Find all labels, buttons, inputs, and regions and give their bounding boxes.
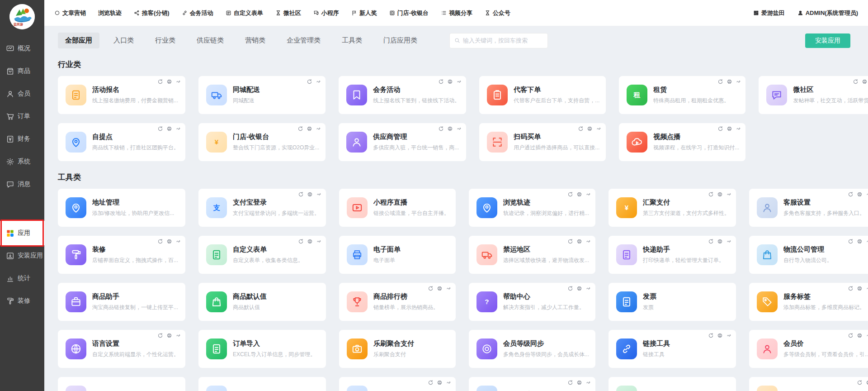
app-card-会员价[interactable]: 会员价多等级会员制，可查看会员价，引... xyxy=(749,330,868,368)
sidebar-item-装修[interactable]: 装修 xyxy=(0,291,44,311)
link-icon[interactable] xyxy=(596,125,602,131)
app-card-同城配送[interactable]: 同城配送同城配送 xyxy=(198,76,326,114)
sidebar-item-商品[interactable]: 商品 xyxy=(0,61,44,81)
print-icon[interactable] xyxy=(166,332,172,338)
app-card-商品排行榜[interactable]: 商品排行榜销量榜单，展示热销商品。 xyxy=(339,283,456,321)
refresh-icon[interactable] xyxy=(298,238,304,244)
refresh-icon[interactable] xyxy=(428,379,434,385)
print-icon[interactable] xyxy=(576,191,582,197)
link-icon[interactable] xyxy=(726,238,732,244)
print-icon[interactable] xyxy=(857,332,863,338)
app-card-自提点[interactable]: 自提点商品线下核销，打造社区团购平台。 xyxy=(58,123,185,161)
app-card-链接工具[interactable]: 链接工具链接工具 xyxy=(609,330,736,368)
link-icon[interactable] xyxy=(585,285,591,291)
print-icon[interactable] xyxy=(866,379,868,385)
print-icon[interactable] xyxy=(726,78,732,84)
topnav-item-9[interactable]: 门店-收银台 xyxy=(389,9,429,17)
link-icon[interactable] xyxy=(456,125,462,131)
print-icon[interactable] xyxy=(307,238,313,244)
link-icon[interactable] xyxy=(175,238,181,244)
link-icon[interactable] xyxy=(585,238,591,244)
brand-logo[interactable]: 盐田游 xyxy=(0,0,44,32)
sidebar-item-统计[interactable]: 统计 xyxy=(0,268,44,288)
link-icon[interactable] xyxy=(316,78,321,84)
print-icon[interactable] xyxy=(437,285,443,291)
link-icon[interactable] xyxy=(736,125,741,131)
app-card-订单导入[interactable]: 订单导入EXCEL导入订单信息，同步管理。 xyxy=(198,330,326,368)
topnav-item-7[interactable]: 小程序 xyxy=(313,9,339,17)
app-card-发票[interactable]: 发票发票 xyxy=(609,283,736,321)
link-icon[interactable] xyxy=(446,379,452,385)
link-icon[interactable] xyxy=(866,332,868,338)
tab-入口类[interactable]: 入口类 xyxy=(106,33,141,48)
refresh-icon[interactable] xyxy=(157,238,163,244)
app-card-快递助手[interactable]: 快递助手打印快递单，轻松管理大量订单。 xyxy=(609,236,736,274)
print-icon[interactable] xyxy=(447,78,453,84)
site-switcher[interactable]: 爱游盐田 xyxy=(753,9,785,17)
app-card-供应商管理[interactable]: 供应商管理多供应商入驻，平台统一销售，商... xyxy=(339,123,466,161)
print-icon[interactable] xyxy=(576,238,582,244)
link-icon[interactable] xyxy=(316,238,322,244)
link-icon[interactable] xyxy=(446,285,452,291)
topnav-item-6[interactable]: 微社区 xyxy=(275,9,301,17)
print-icon[interactable] xyxy=(717,238,723,244)
print-icon[interactable] xyxy=(857,238,863,244)
app-card-代客下单[interactable]: 代客下单代替客户在后台下单，支持自营，... xyxy=(479,76,606,114)
print-icon[interactable] xyxy=(166,238,172,244)
app-card-会务活动[interactable]: 会务活动线上报名线下签到，链接线下活动。 xyxy=(339,76,466,114)
sidebar-item-消息[interactable]: 消息 xyxy=(0,174,44,194)
app-card-短链接生成[interactable]: 短链接生成 xyxy=(749,377,868,391)
print-icon[interactable] xyxy=(717,332,723,338)
print-icon[interactable] xyxy=(447,125,453,131)
app-card-禁运地区[interactable]: 禁运地区选择区域禁收快递，避开物流收发... xyxy=(469,236,595,274)
topnav-item-5[interactable]: 自定义表单 xyxy=(226,9,263,17)
refresh-icon[interactable] xyxy=(567,285,573,291)
link-icon[interactable] xyxy=(456,78,462,84)
link-icon[interactable] xyxy=(316,125,321,131)
app-card-物流公司管理[interactable]: 物流公司管理自行导入物流公司。 xyxy=(749,236,868,274)
link-icon[interactable] xyxy=(175,78,181,84)
sidebar-item-订单[interactable]: 订单 xyxy=(0,106,44,126)
sidebar-item-财务[interactable]: 财务 xyxy=(0,129,44,149)
tab-企业管理类[interactable]: 企业管理类 xyxy=(279,33,328,48)
app-card-电子面单[interactable]: 电子面单电子面单 xyxy=(339,236,456,274)
link-icon[interactable] xyxy=(175,125,181,131)
app-card-地址管理[interactable]: 地址管理添加/修改地址，协助用户更改信... xyxy=(58,189,185,227)
app-card-乐刷聚合支付[interactable]: 乐刷聚合支付乐刷聚合支付 xyxy=(339,330,456,368)
topnav-item-1[interactable]: 文章营销 xyxy=(54,9,86,17)
app-card-租赁[interactable]: 租租赁特殊商品租用，租期租金优惠。 xyxy=(619,76,745,114)
app-card-浏览轨迹[interactable]: 浏览轨迹轨迹记录，洞察浏览偏好，进行精... xyxy=(469,189,595,227)
topnav-item-11[interactable]: 公众号 xyxy=(485,9,510,17)
app-card-统计[interactable]: 统计 xyxy=(609,377,736,391)
sidebar-item-系统[interactable]: 系统 xyxy=(0,152,44,172)
link-icon[interactable] xyxy=(316,191,322,197)
refresh-icon[interactable] xyxy=(297,125,303,131)
refresh-icon[interactable] xyxy=(157,332,163,338)
refresh-icon[interactable] xyxy=(857,379,863,385)
refresh-icon[interactable] xyxy=(157,78,163,84)
app-card-装修[interactable]: 装修店铺界面自定义，拖拽式操作，百... xyxy=(58,236,185,274)
print-icon[interactable] xyxy=(587,125,593,131)
topnav-item-4[interactable]: 会务活动 xyxy=(182,9,213,17)
refresh-icon[interactable] xyxy=(567,191,573,197)
sidebar-item-应用[interactable]: 应用 xyxy=(0,223,44,243)
print-icon[interactable] xyxy=(307,125,312,131)
refresh-icon[interactable] xyxy=(848,285,854,291)
install-app-button[interactable]: 安装应用 xyxy=(805,33,850,48)
tab-工具类[interactable]: 工具类 xyxy=(335,33,369,48)
refresh-icon[interactable] xyxy=(578,125,584,131)
refresh-icon[interactable] xyxy=(567,379,573,385)
link-icon[interactable] xyxy=(726,332,732,338)
app-card-商品默认值[interactable]: 商品默认值商品默认值 xyxy=(198,283,326,321)
account-menu[interactable]: ADMIN(系统管理员) xyxy=(797,9,858,17)
refresh-icon[interactable] xyxy=(848,332,854,338)
link-icon[interactable] xyxy=(736,78,741,84)
app-card-门店-收银台[interactable]: ¥门店-收银台整合线下门店资源，实现O2O异业... xyxy=(198,123,326,161)
refresh-icon[interactable] xyxy=(848,191,854,197)
refresh-icon[interactable] xyxy=(438,125,444,131)
topnav-item-10[interactable]: 视频分享 xyxy=(441,9,472,17)
tab-门店应用类[interactable]: 门店应用类 xyxy=(376,33,425,48)
print-icon[interactable] xyxy=(862,78,868,84)
tab-行业类[interactable]: 行业类 xyxy=(148,33,183,48)
topnav-item-2[interactable]: 浏览轨迹 xyxy=(98,9,122,17)
